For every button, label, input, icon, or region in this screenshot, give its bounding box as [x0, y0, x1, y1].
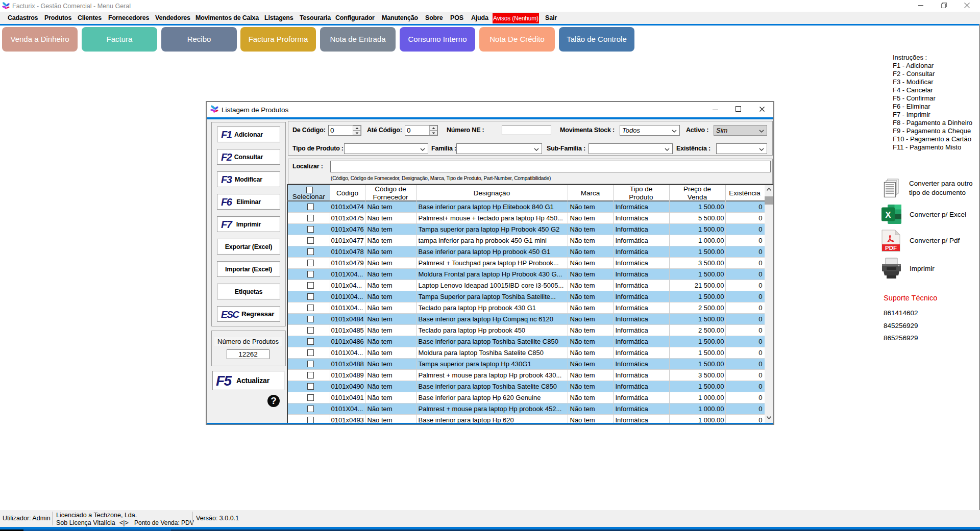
svg-text:X: X: [885, 210, 891, 220]
svg-text:PDF: PDF: [885, 245, 897, 251]
